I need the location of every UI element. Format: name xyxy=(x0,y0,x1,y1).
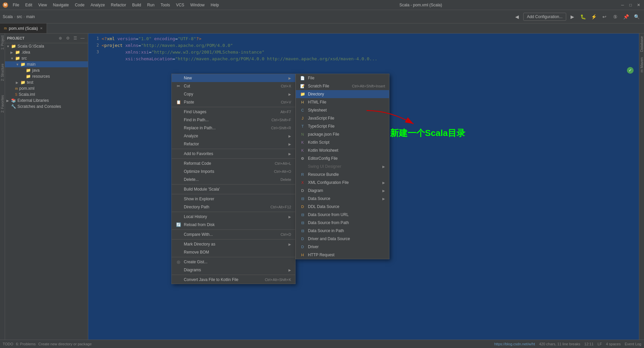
problems-button[interactable]: 6: Problems xyxy=(16,342,36,346)
submenu-http-request[interactable]: H HTTP Request xyxy=(296,251,389,259)
pin-button[interactable]: 📌 xyxy=(621,12,631,21)
tree-item-pom[interactable]: m pom.xml xyxy=(5,85,88,91)
menu-view[interactable]: View xyxy=(36,2,50,8)
tree-item-scala-iml[interactable]: S Scala.iml xyxy=(5,91,88,97)
ctx-reload[interactable]: 🔄 Reload from Disk xyxy=(172,221,295,229)
ctx-cut[interactable]: ✂ Cut Ctrl+X xyxy=(172,82,295,90)
menu-help[interactable]: Help xyxy=(208,2,222,8)
menu-edit[interactable]: Edit xyxy=(22,2,35,8)
tree-item-src[interactable]: ▼ 📁 src xyxy=(5,55,88,61)
tree-item-external-libs[interactable]: ▶ 📚 External Libraries xyxy=(5,97,88,103)
ctx-optimize-imports[interactable]: Optimize Imports Ctrl+Alt+O xyxy=(172,167,295,176)
submenu-ddl-data-source[interactable]: D DDL Data Source xyxy=(296,203,389,211)
ctx-show-explorer[interactable]: Show in Explorer xyxy=(172,195,295,203)
submenu-directory[interactable]: 📁 Directory xyxy=(296,90,389,98)
submenu-scratch-file[interactable]: 📝 Scratch File Ctrl+Alt+Shift+Insert xyxy=(296,82,389,90)
submenu-driver[interactable]: D Driver xyxy=(296,243,389,251)
menu-bar: File Edit View Navigate Code Analyze Ref… xyxy=(10,2,222,8)
add-config-button[interactable]: Add Configuration... xyxy=(523,13,566,21)
submenu-resource-bundle[interactable]: R Resource Bundle xyxy=(296,170,389,179)
ctx-compare[interactable]: Compare With... Ctrl+D xyxy=(172,230,295,238)
tree-item-scratches[interactable]: 🔧 Scratches and Consoles xyxy=(5,103,88,110)
maximize-button[interactable]: □ xyxy=(628,2,633,8)
ctx-create-gist[interactable]: ◎ Create Gist... xyxy=(172,258,295,266)
ctx-refactor[interactable]: Refactor ▶ xyxy=(172,140,295,148)
submenu-directory-left: 📁 Directory xyxy=(300,91,324,97)
ctx-mark-dir[interactable]: Mark Directory as ▶ xyxy=(172,240,295,248)
ctx-paste[interactable]: 📋 Paste Ctrl+V xyxy=(172,98,295,106)
submenu-kotlin-worksheet[interactable]: K Kotlin Worksheet xyxy=(296,146,389,154)
menu-navigate[interactable]: Navigate xyxy=(50,2,71,8)
breadcrumb-src[interactable]: src xyxy=(17,14,22,19)
event-log-button[interactable]: Event Log xyxy=(625,342,641,346)
tree-item-test[interactable]: ▶ 📁 test xyxy=(5,79,88,85)
submenu-html-file[interactable]: H HTML File xyxy=(296,98,389,106)
breadcrumb-scala[interactable]: Scala xyxy=(3,14,13,19)
tree-item-idea[interactable]: ▶ 📁 .idea xyxy=(5,49,88,55)
ctx-local-history[interactable]: Local History ▶ xyxy=(172,213,295,221)
sidebar-hide-button[interactable]: — xyxy=(79,35,86,42)
menu-build[interactable]: Build xyxy=(129,2,144,8)
tree-item-main[interactable]: ▼ 📁 main xyxy=(5,61,88,67)
ctx-replace-in-path[interactable]: Replace in Path... Ctrl+Shift+R xyxy=(172,124,295,132)
submenu-xml-config[interactable]: X XML Configuration File ▶ xyxy=(296,179,389,187)
menu-code[interactable]: Code xyxy=(72,2,87,8)
menu-tools[interactable]: Tools xyxy=(158,2,173,8)
tab-close-icon[interactable]: ✕ xyxy=(40,26,43,30)
ctx-add-favorites[interactable]: Add to Favorites ▶ xyxy=(172,150,295,158)
todo-button[interactable]: TODO xyxy=(3,342,13,346)
ctx-delete[interactable]: Delete... Delete xyxy=(172,176,295,184)
submenu-driver-data-source[interactable]: D Driver and Data Source xyxy=(296,235,389,243)
menu-run[interactable]: Run xyxy=(145,2,157,8)
submenu-file[interactable]: 📄 File xyxy=(296,74,389,82)
debug-button[interactable]: 🐛 xyxy=(578,12,588,21)
submenu-data-source-in-path[interactable]: ⊟ Data Source in Path xyxy=(296,227,389,235)
coverage-button[interactable]: ⚡ xyxy=(589,12,598,21)
search-everywhere-button[interactable]: 🔍 xyxy=(632,12,641,21)
menu-analyze[interactable]: Analyze xyxy=(88,2,108,8)
ctx-convert-kotlin[interactable]: Convert Java File to Kotlin File Ctrl+Al… xyxy=(172,276,295,284)
ctx-reformat[interactable]: Reformat Code Ctrl+Alt+L xyxy=(172,159,295,167)
run-button[interactable]: ▶ xyxy=(568,12,577,21)
breadcrumb-main[interactable]: main xyxy=(26,14,35,19)
bookmark-button[interactable]: ⑤ xyxy=(610,12,620,21)
ctx-find-in-path[interactable]: Find in Path... Ctrl+Shift+F xyxy=(172,116,295,124)
menu-vcs[interactable]: VCS xyxy=(173,2,187,8)
submenu-swing-ui[interactable]: Swing UI Designer ▶ xyxy=(296,162,389,170)
tree-item-resources[interactable]: 📁 resources xyxy=(5,73,88,79)
ctx-remove-bom[interactable]: Remove BOM xyxy=(172,248,295,256)
menu-file[interactable]: File xyxy=(10,2,22,8)
tab-pom-xml[interactable]: m pom.xml (Scala) ✕ xyxy=(0,23,47,33)
ctx-copy[interactable]: Copy ▶ xyxy=(172,90,295,98)
ctx-build-module[interactable]: Build Module 'Scala' xyxy=(172,185,295,193)
ctx-analyze[interactable]: Analyze ▶ xyxy=(172,132,295,140)
minimize-button[interactable]: ─ xyxy=(620,2,625,8)
submenu-new: 📄 File 📝 Scratch File Ctrl+Alt+Shift+Ins… xyxy=(296,74,389,259)
close-button[interactable]: ✕ xyxy=(636,2,641,8)
submenu-kotlin-script[interactable]: K Kotlin Script xyxy=(296,138,389,146)
ctx-diagrams[interactable]: Diagrams ▶ xyxy=(172,266,295,274)
submenu-data-source-path[interactable]: ⊟ Data Source from Path xyxy=(296,219,389,227)
ctx-find-usages[interactable]: Find Usages Alt+F7 xyxy=(172,108,295,116)
submenu-data-source[interactable]: ⊟ Data Source ▶ xyxy=(296,195,389,203)
profile-button[interactable]: ↩ xyxy=(600,12,609,21)
back-button[interactable]: ◀ xyxy=(513,12,522,21)
ctx-new[interactable]: New ▶ xyxy=(172,74,295,82)
maven-label[interactable]: m Maven xyxy=(639,55,644,75)
tree-item-java[interactable]: 📁 java xyxy=(5,67,88,73)
menu-refactor[interactable]: Refactor xyxy=(108,2,129,8)
sidebar-collapse-button[interactable]: ☰ xyxy=(72,35,78,42)
sidebar-settings-button[interactable]: ⚙ xyxy=(64,35,71,42)
ctx-dir-path[interactable]: Directory Path Ctrl+Alt+F12 xyxy=(172,203,295,211)
database-label[interactable]: Database xyxy=(639,33,644,55)
favorites-strip-label[interactable]: 2: Favorites xyxy=(0,93,5,115)
structure-strip-label[interactable]: 2: Structure xyxy=(0,62,5,83)
tree-item-scala[interactable]: ▼ 📁 Scala G:\Scala xyxy=(5,43,88,49)
submenu-data-source-url[interactable]: ⊟ Data Source from URL xyxy=(296,211,389,219)
submenu-diagram[interactable]: D Diagram ▶ xyxy=(296,187,389,195)
submenu-editorconfig[interactable]: ⚙ EditorConfig File xyxy=(296,154,389,162)
project-strip-label[interactable]: 1: Project xyxy=(0,33,5,52)
editor-area[interactable]: 1 <?xml version="1.0" encoding="UTF-8"?>… xyxy=(88,33,639,340)
menu-window[interactable]: Window xyxy=(187,2,207,8)
sidebar-new-button[interactable]: ⊕ xyxy=(57,35,64,42)
